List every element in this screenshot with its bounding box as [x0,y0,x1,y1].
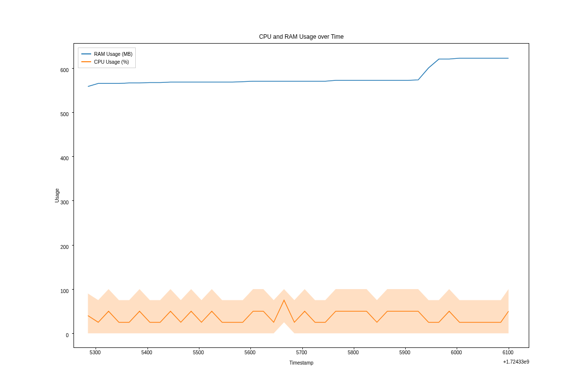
chart-container: CPU and RAM Usage over Time Timestamp Us… [74,43,529,348]
x-tick-label: 5700 [296,350,307,355]
plot-area: RAM Usage (MB) CPU Usage (%) [74,43,529,348]
x-tick-label: 5600 [245,350,255,355]
x-tick-label: 6100 [503,350,514,355]
x-tick-label: 5800 [348,350,359,355]
x-tick-label: 6000 [451,350,462,355]
x-axis-offset: +1.72433e9 [503,359,529,365]
legend-label-ram: RAM Usage (MB) [94,51,132,57]
x-tick-label: 5300 [90,350,100,355]
legend: RAM Usage (MB) CPU Usage (%) [78,48,136,68]
ram-line [88,58,508,87]
plot-svg [74,44,529,347]
cpu-fill-band [88,289,508,333]
x-tick-label: 5500 [193,350,204,355]
x-axis-label: Timestamp [289,360,313,366]
chart-title: CPU and RAM Usage over Time [259,33,344,40]
legend-swatch-cpu [81,61,91,62]
legend-label-cpu: CPU Usage (%) [94,59,129,65]
x-tick-label: 5400 [141,350,152,355]
legend-item-ram: RAM Usage (MB) [81,50,132,58]
y-axis-label: Usage [54,189,60,203]
legend-swatch-ram [81,53,91,54]
x-tick-label: 5900 [399,350,410,355]
legend-item-cpu: CPU Usage (%) [81,58,132,66]
